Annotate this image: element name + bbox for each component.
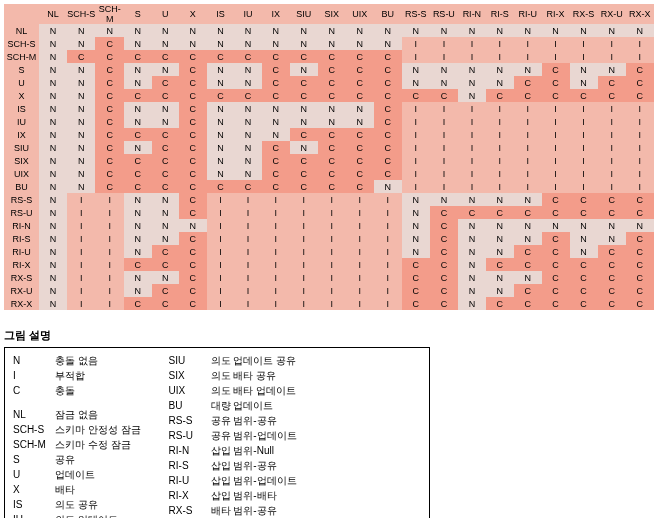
matrix-cell: I bbox=[486, 167, 514, 180]
matrix-cell: I bbox=[290, 297, 318, 310]
matrix-cell: I bbox=[542, 128, 570, 141]
matrix-cell: N bbox=[262, 37, 290, 50]
matrix-cell: I bbox=[234, 232, 262, 245]
row-header: SCH-M bbox=[4, 50, 39, 63]
matrix-cell: C bbox=[179, 128, 207, 141]
matrix-cell: I bbox=[207, 245, 235, 258]
matrix-cell: N bbox=[67, 37, 96, 50]
matrix-cell: I bbox=[430, 167, 458, 180]
row-header: UIX bbox=[4, 167, 39, 180]
matrix-cell: I bbox=[486, 37, 514, 50]
matrix-cell: I bbox=[346, 245, 374, 258]
matrix-cell: C bbox=[318, 167, 346, 180]
matrix-cell: N bbox=[179, 219, 207, 232]
legend-value: 의도 업데이트 공유 bbox=[211, 354, 297, 368]
legend-key: RI-X bbox=[169, 489, 211, 503]
matrix-cell: C bbox=[514, 245, 542, 258]
matrix-cell: N bbox=[486, 63, 514, 76]
matrix-cell: C bbox=[152, 258, 180, 271]
matrix-cell: I bbox=[207, 232, 235, 245]
matrix-cell: C bbox=[152, 180, 180, 193]
matrix-cell: I bbox=[234, 258, 262, 271]
matrix-cell: I bbox=[598, 154, 626, 167]
matrix-cell: N bbox=[402, 63, 430, 76]
legend-key: C bbox=[13, 384, 55, 398]
matrix-cell: C bbox=[179, 76, 207, 89]
matrix-cell: N bbox=[402, 219, 430, 232]
matrix-cell: C bbox=[152, 154, 180, 167]
col-header: SCH-M bbox=[95, 4, 124, 24]
matrix-cell: N bbox=[39, 89, 67, 102]
col-header: RI-N bbox=[458, 4, 486, 24]
matrix-cell: I bbox=[67, 232, 96, 245]
matrix-cell: N bbox=[402, 232, 430, 245]
matrix-cell: C bbox=[430, 232, 458, 245]
matrix-cell: N bbox=[458, 24, 486, 37]
matrix-cell: I bbox=[402, 37, 430, 50]
matrix-cell: N bbox=[39, 297, 67, 310]
matrix-cell: C bbox=[124, 297, 152, 310]
matrix-cell: C bbox=[179, 232, 207, 245]
matrix-cell: C bbox=[598, 258, 626, 271]
legend-row: SCH-S스키마 안정성 잠금 bbox=[13, 423, 141, 437]
matrix-cell: C bbox=[124, 180, 152, 193]
matrix-cell: N bbox=[152, 24, 180, 37]
matrix-cell: C bbox=[402, 271, 430, 284]
lock-compatibility-matrix: NLSCH-SSCH-MSUXISIUIXSIUSIXUIXBURS-SRS-U… bbox=[4, 4, 654, 310]
matrix-cell: I bbox=[486, 141, 514, 154]
col-header: S bbox=[124, 4, 152, 24]
matrix-cell: N bbox=[234, 128, 262, 141]
matrix-cell: C bbox=[346, 141, 374, 154]
matrix-cell: N bbox=[39, 154, 67, 167]
matrix-cell: I bbox=[290, 206, 318, 219]
matrix-cell: I bbox=[346, 232, 374, 245]
matrix-cell: I bbox=[570, 102, 598, 115]
matrix-cell: C bbox=[598, 297, 626, 310]
matrix-cell: C bbox=[179, 115, 207, 128]
matrix-cell: I bbox=[514, 128, 542, 141]
matrix-cell: N bbox=[262, 115, 290, 128]
matrix-cell: I bbox=[234, 219, 262, 232]
matrix-cell: C bbox=[95, 167, 124, 180]
matrix-cell: C bbox=[346, 128, 374, 141]
matrix-cell: C bbox=[318, 89, 346, 102]
matrix-cell: N bbox=[234, 154, 262, 167]
matrix-cell: C bbox=[486, 89, 514, 102]
matrix-cell: N bbox=[39, 37, 67, 50]
matrix-cell: N bbox=[486, 24, 514, 37]
matrix-cell: C bbox=[179, 63, 207, 76]
matrix-cell: I bbox=[318, 258, 346, 271]
matrix-cell: N bbox=[402, 193, 430, 206]
matrix-cell: I bbox=[486, 115, 514, 128]
matrix-cell: N bbox=[542, 219, 570, 232]
legend-row: U업데이트 bbox=[13, 468, 141, 482]
matrix-cell: C bbox=[542, 284, 570, 297]
matrix-cell: C bbox=[95, 154, 124, 167]
matrix-cell: I bbox=[290, 258, 318, 271]
matrix-cell: N bbox=[486, 193, 514, 206]
legend-col-2: SIU의도 업데이트 공유SIX의도 배타 공유UIX의도 배타 업데이트BU대… bbox=[169, 354, 316, 518]
matrix-cell: C bbox=[542, 245, 570, 258]
legend-key: X bbox=[13, 483, 55, 497]
matrix-cell: N bbox=[124, 284, 152, 297]
matrix-cell: C bbox=[626, 271, 654, 284]
legend-row: RI-U삽입 범위-업데이트 bbox=[169, 474, 316, 488]
matrix-cell: N bbox=[374, 180, 402, 193]
matrix-cell: C bbox=[152, 89, 180, 102]
matrix-cell: C bbox=[486, 258, 514, 271]
matrix-cell: N bbox=[318, 115, 346, 128]
matrix-cell: I bbox=[67, 245, 96, 258]
matrix-cell: I bbox=[95, 258, 124, 271]
matrix-cell: C bbox=[374, 102, 402, 115]
matrix-cell: N bbox=[39, 284, 67, 297]
row-header: SIU bbox=[4, 141, 39, 154]
matrix-cell: I bbox=[262, 219, 290, 232]
matrix-cell: N bbox=[570, 232, 598, 245]
matrix-cell: C bbox=[542, 232, 570, 245]
matrix-cell: I bbox=[374, 297, 402, 310]
matrix-cell: C bbox=[570, 206, 598, 219]
matrix-cell: I bbox=[318, 219, 346, 232]
matrix-cell: I bbox=[207, 271, 235, 284]
matrix-cell: I bbox=[458, 115, 486, 128]
matrix-cell: C bbox=[95, 128, 124, 141]
